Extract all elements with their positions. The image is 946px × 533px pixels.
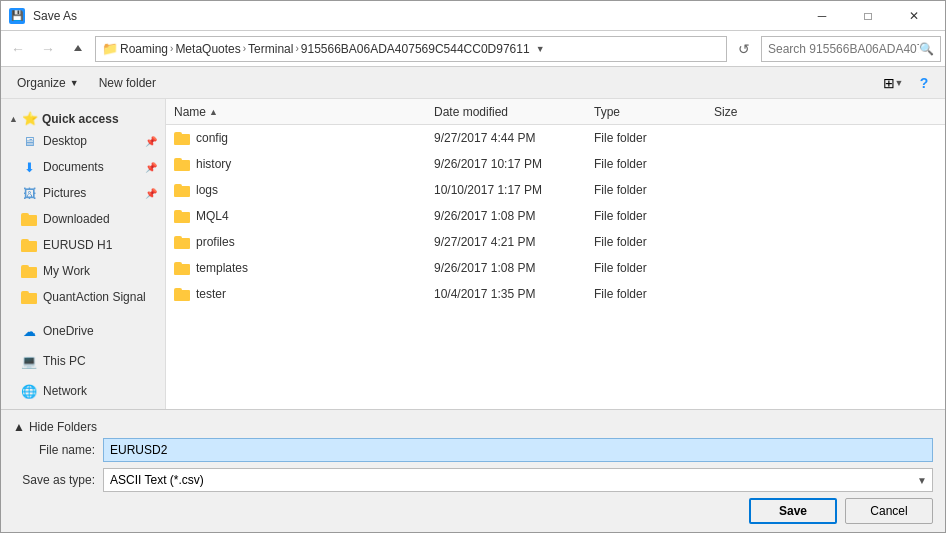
- file-type-cell: File folder: [586, 157, 706, 171]
- table-row[interactable]: tester 10/4/2017 1:35 PM File folder: [166, 281, 945, 307]
- filename-label: File name:: [13, 443, 103, 457]
- folder-icon: [174, 184, 190, 197]
- folder-icon: [174, 158, 190, 171]
- breadcrumb[interactable]: 📁 Roaming › MetaQuotes › Terminal › 9155…: [95, 36, 727, 62]
- hide-folders-button[interactable]: ▲ Hide Folders: [13, 420, 97, 434]
- quick-access-star-icon: ⭐: [22, 111, 38, 126]
- filename-row: File name:: [13, 438, 933, 462]
- file-type-cell: File folder: [586, 287, 706, 301]
- column-type-header[interactable]: Type: [586, 99, 706, 124]
- search-input[interactable]: [768, 42, 919, 56]
- sidebar-item-documents[interactable]: ⬇ Documents 📌: [1, 154, 165, 180]
- breadcrumb-folder-icon: 📁: [102, 41, 118, 56]
- eurusd-folder-icon: [21, 237, 37, 253]
- pictures-icon: 🖼: [21, 185, 37, 201]
- documents-icon: ⬇: [21, 159, 37, 175]
- file-name-cell: config: [166, 131, 426, 145]
- file-date-cell: 9/27/2017 4:21 PM: [426, 235, 586, 249]
- breadcrumb-terminal[interactable]: Terminal: [248, 42, 293, 56]
- file-date-cell: 9/27/2017 4:44 PM: [426, 131, 586, 145]
- file-date-cell: 10/10/2017 1:17 PM: [426, 183, 586, 197]
- file-name-cell: logs: [166, 183, 426, 197]
- file-name-cell: tester: [166, 287, 426, 301]
- mywork-folder-icon: [21, 263, 37, 279]
- table-row[interactable]: templates 9/26/2017 1:08 PM File folder: [166, 255, 945, 281]
- file-date-cell: 9/26/2017 1:08 PM: [426, 261, 586, 275]
- desktop-icon: 🖥: [21, 133, 37, 149]
- title-bar: 💾 Save As ─ □ ✕: [1, 1, 945, 31]
- filename-input[interactable]: [103, 438, 933, 462]
- table-row[interactable]: history 9/26/2017 10:17 PM File folder: [166, 151, 945, 177]
- view-dropdown-icon: ▼: [895, 78, 904, 88]
- search-icon: 🔍: [919, 42, 934, 56]
- table-row[interactable]: MQL4 9/26/2017 1:08 PM File folder: [166, 203, 945, 229]
- folder-icon: [174, 210, 190, 223]
- table-row[interactable]: config 9/27/2017 4:44 PM File folder: [166, 125, 945, 151]
- file-type-cell: File folder: [586, 183, 706, 197]
- forward-button[interactable]: →: [35, 36, 61, 62]
- savetype-select-wrapper: ASCII Text (*.csv)CSV (*.csv)All Files (…: [103, 468, 933, 492]
- maximize-button[interactable]: □: [845, 1, 891, 31]
- pin-icon-3: 📌: [145, 188, 157, 199]
- sidebar-item-eurusd[interactable]: EURUSD H1: [1, 232, 165, 258]
- table-row[interactable]: logs 10/10/2017 1:17 PM File folder: [166, 177, 945, 203]
- sidebar-item-onedrive[interactable]: ☁ OneDrive: [1, 318, 165, 344]
- back-button[interactable]: ←: [5, 36, 31, 62]
- bottom-bar: ▲ Hide Folders File name: Save as type: …: [1, 409, 945, 532]
- sidebar-item-thispc[interactable]: 💻 This PC: [1, 348, 165, 374]
- organize-button[interactable]: Organize ▼: [9, 71, 87, 95]
- column-size-header[interactable]: Size: [706, 99, 806, 124]
- breadcrumb-guid[interactable]: 915566BA06ADA407569C544CC0D97611: [301, 42, 530, 56]
- hide-folders-icon: ▲: [13, 420, 25, 434]
- pin-icon: 📌: [145, 136, 157, 147]
- dialog-title: Save As: [33, 9, 77, 23]
- sidebar-section-quick-access[interactable]: ▲ ⭐ Quick access: [1, 107, 165, 128]
- dialog-icon: 💾: [9, 8, 25, 24]
- new-folder-button[interactable]: New folder: [91, 71, 164, 95]
- savetype-row: Save as type: ASCII Text (*.csv)CSV (*.c…: [13, 468, 933, 492]
- save-button[interactable]: Save: [749, 498, 837, 524]
- savetype-select[interactable]: ASCII Text (*.csv)CSV (*.csv)All Files (…: [103, 468, 933, 492]
- minimize-button[interactable]: ─: [799, 1, 845, 31]
- folder-icon: [174, 132, 190, 145]
- pin-icon-2: 📌: [145, 162, 157, 173]
- breadcrumb-metaquotes[interactable]: MetaQuotes: [175, 42, 240, 56]
- sidebar-item-downloaded[interactable]: Downloaded: [1, 206, 165, 232]
- sidebar-item-quantaction[interactable]: QuantAction Signal: [1, 284, 165, 310]
- view-icon: ⊞: [883, 75, 895, 91]
- file-date-cell: 10/4/2017 1:35 PM: [426, 287, 586, 301]
- refresh-button[interactable]: ↺: [731, 36, 757, 62]
- folder-icon: [174, 288, 190, 301]
- sidebar-item-pictures[interactable]: 🖼 Pictures 📌: [1, 180, 165, 206]
- column-date-header[interactable]: Date modified: [426, 99, 586, 124]
- savetype-label: Save as type:: [13, 473, 103, 487]
- network-icon: 🌐: [21, 383, 37, 399]
- file-type-cell: File folder: [586, 209, 706, 223]
- sidebar-item-mywork[interactable]: My Work: [1, 258, 165, 284]
- organize-dropdown-icon: ▼: [70, 78, 79, 88]
- file-list-header: Name ▲ Date modified Type Size: [166, 99, 945, 125]
- file-type-cell: File folder: [586, 235, 706, 249]
- breadcrumb-roaming[interactable]: Roaming: [120, 42, 168, 56]
- folder-icon: [174, 262, 190, 275]
- column-name-header[interactable]: Name ▲: [166, 99, 426, 124]
- sidebar-item-desktop[interactable]: 🖥 Desktop 📌: [1, 128, 165, 154]
- view-button[interactable]: ⊞ ▼: [879, 71, 907, 95]
- sidebar: ▲ ⭐ Quick access 🖥 Desktop 📌 ⬇ Documents…: [1, 99, 166, 409]
- file-area: Name ▲ Date modified Type Size config: [166, 99, 945, 409]
- hide-folders-bar: ▲ Hide Folders: [13, 418, 933, 434]
- quantaction-folder-icon: [21, 289, 37, 305]
- sidebar-item-network[interactable]: 🌐 Network: [1, 378, 165, 404]
- table-row[interactable]: profiles 9/27/2017 4:21 PM File folder: [166, 229, 945, 255]
- cancel-button[interactable]: Cancel: [845, 498, 933, 524]
- file-date-cell: 9/26/2017 1:08 PM: [426, 209, 586, 223]
- help-button[interactable]: ?: [911, 70, 937, 96]
- breadcrumb-dropdown-icon[interactable]: ▼: [536, 44, 545, 54]
- file-type-cell: File folder: [586, 261, 706, 275]
- close-button[interactable]: ✕: [891, 1, 937, 31]
- up-button[interactable]: [65, 36, 91, 62]
- toolbar: Organize ▼ New folder ⊞ ▼ ?: [1, 67, 945, 99]
- downloaded-folder-icon: [21, 211, 37, 227]
- file-name-cell: profiles: [166, 235, 426, 249]
- file-name-cell: MQL4: [166, 209, 426, 223]
